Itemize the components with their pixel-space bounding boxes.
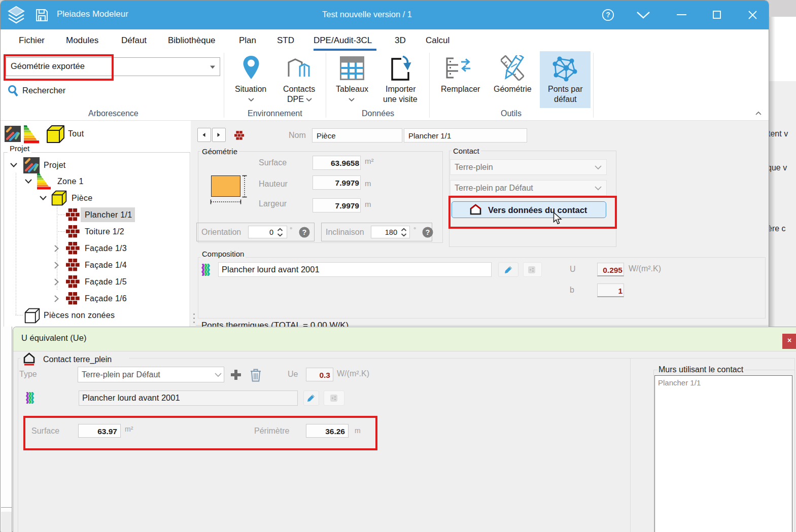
svg-text:?: ? (426, 228, 430, 236)
svg-text:?: ? (606, 11, 610, 19)
svg-text:?: ? (302, 228, 307, 236)
